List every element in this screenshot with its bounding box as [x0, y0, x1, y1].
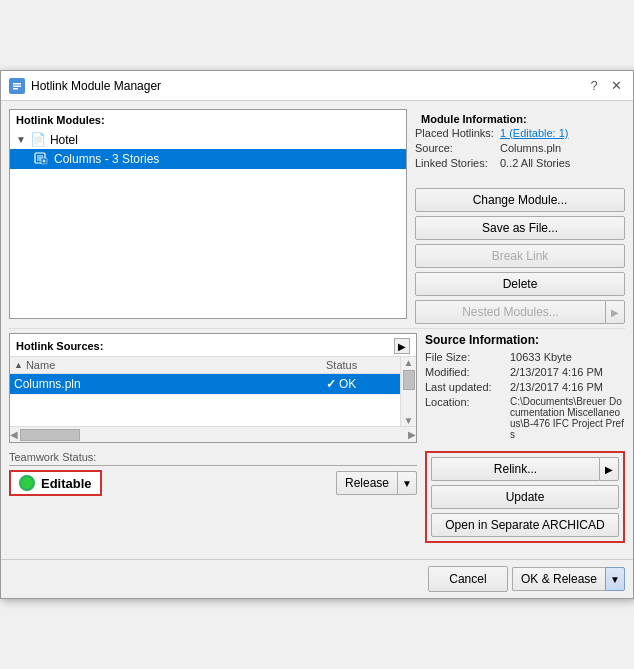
- hotlink-sources-label: Hotlink Sources:: [16, 340, 103, 352]
- info-row-location: Location: C:\Documents\Breuer Documentat…: [425, 396, 625, 440]
- filesize-value: 10633 Kbyte: [510, 351, 572, 363]
- update-button[interactable]: Update: [431, 485, 619, 509]
- horizontal-scrollbar[interactable]: ◀ ▶: [10, 426, 416, 442]
- info-row-placed: Placed Hotlinks: 1 (Editable: 1): [415, 127, 625, 139]
- section-divider: [9, 328, 625, 329]
- hotlink-sources-panel: Hotlink Sources: ▶ ▲ Name Status: [9, 333, 417, 443]
- break-link-button[interactable]: Break Link: [415, 244, 625, 268]
- scroll-left-arrow[interactable]: ◀: [10, 429, 18, 440]
- location-value: C:\Documents\Breuer Documentation Miscel…: [510, 396, 625, 440]
- release-button[interactable]: Release: [336, 471, 397, 495]
- ok-release-button[interactable]: OK & Release: [512, 567, 605, 591]
- sources-nav-button[interactable]: ▶: [394, 338, 410, 354]
- nested-modules-button[interactable]: Nested Modules...: [415, 300, 605, 324]
- title-bar: Hotlink Module Manager ? ✕: [1, 71, 633, 101]
- teamwork-status: Editable Release ▼: [9, 470, 417, 496]
- release-button-wrap: Release ▼: [336, 471, 417, 495]
- scroll-thumb-h[interactable]: [20, 429, 80, 441]
- module-info-label: Module Information:: [415, 109, 625, 127]
- open-archicad-button[interactable]: Open in Separate ARCHICAD: [431, 513, 619, 537]
- window-title: Hotlink Module Manager: [31, 79, 161, 93]
- sources-table: ▲ Name Status Columns.pln ✓ OK: [10, 357, 400, 426]
- scroll-down-arrow[interactable]: ▼: [404, 415, 414, 426]
- save-as-file-button[interactable]: Save as File...: [415, 216, 625, 240]
- linked-value: 0..2 All Stories: [500, 157, 570, 169]
- scroll-thumb[interactable]: [403, 370, 415, 390]
- source-row[interactable]: Columns.pln ✓ OK: [10, 374, 400, 395]
- tree-parent-label: Hotel: [50, 133, 78, 147]
- source-name: Columns.pln: [14, 377, 326, 391]
- info-row-linked: Linked Stories: 0..2 All Stories: [415, 157, 625, 169]
- tree-child-label: Columns - 3 Stories: [54, 152, 159, 166]
- placed-label: Placed Hotlinks:: [415, 127, 500, 139]
- col-name-label: Name: [26, 359, 55, 371]
- action-buttons: Change Module... Save as File... Break L…: [415, 188, 625, 324]
- source-info-label: Source Information:: [425, 333, 625, 351]
- status-indicator-icon: [19, 475, 35, 491]
- svg-rect-2: [13, 85, 21, 87]
- sources-col-header: ▲ Name Status: [10, 357, 400, 374]
- scroll-up-arrow[interactable]: ▲: [404, 357, 414, 368]
- filesize-label: File Size:: [425, 351, 510, 363]
- scroll-right-arrow[interactable]: ▶: [408, 429, 416, 440]
- release-btn-wrap: Release ▼: [336, 471, 417, 495]
- vertical-scrollbar[interactable]: ▲ ▼: [400, 357, 416, 426]
- close-button[interactable]: ✕: [607, 77, 625, 95]
- right-col: Module Information: Placed Hotlinks: 1 (…: [415, 109, 625, 324]
- teamwork-label: Teamwork Status:: [9, 451, 417, 466]
- top-panels: Hotlink Modules: ▼ 📄 Hotel: [9, 109, 625, 324]
- relink-arrow-button[interactable]: ▶: [599, 457, 619, 481]
- link-icon: [34, 151, 48, 167]
- svg-rect-1: [13, 83, 21, 85]
- source-label: Source:: [415, 142, 500, 154]
- info-row-modified: Modified: 2/13/2017 4:16 PM: [425, 366, 625, 378]
- cancel-button[interactable]: Cancel: [428, 566, 508, 592]
- hotlink-module-manager-window: Hotlink Module Manager ? ✕ Hotlink Modul…: [0, 70, 634, 599]
- svg-rect-3: [13, 88, 18, 90]
- change-module-button[interactable]: Change Module...: [415, 188, 625, 212]
- bottom-row: Teamwork Status: Editable Release ▼: [9, 451, 625, 543]
- left-col: Hotlink Modules: ▼ 📄 Hotel: [9, 109, 407, 324]
- folder-icon: 📄: [30, 132, 46, 147]
- placed-value[interactable]: 1 (Editable: 1): [500, 127, 568, 139]
- source-status-text: OK: [339, 377, 356, 391]
- help-button[interactable]: ?: [585, 77, 603, 95]
- module-info-table: Placed Hotlinks: 1 (Editable: 1) Source:…: [415, 127, 625, 169]
- app-icon: [9, 78, 25, 94]
- relink-wrap: Relink... ▶: [431, 457, 619, 481]
- nested-modules-wrap: Nested Modules... ▶: [415, 300, 625, 324]
- source-value: Columns.pln: [500, 142, 561, 154]
- footer: Cancel OK & Release ▼: [1, 559, 633, 598]
- tree-parent-hotel[interactable]: ▼ 📄 Hotel: [10, 130, 406, 149]
- info-row-last-updated: Last updated: 2/13/2017 4:16 PM: [425, 381, 625, 393]
- middle-section: Hotlink Sources: ▶ ▲ Name Status: [9, 333, 625, 443]
- sort-arrow-icon: ▲: [14, 360, 23, 370]
- source-status: ✓ OK: [326, 377, 396, 391]
- sources-table-wrap: ▲ Name Status Columns.pln ✓ OK: [10, 357, 416, 426]
- teamwork-panel: Teamwork Status: Editable Release ▼: [9, 451, 417, 543]
- sources-header: Hotlink Sources: ▶: [10, 334, 416, 357]
- relink-button[interactable]: Relink...: [431, 457, 599, 481]
- delete-button[interactable]: Delete: [415, 272, 625, 296]
- last-updated-label: Last updated:: [425, 381, 510, 393]
- info-row-source: Source: Columns.pln: [415, 142, 625, 154]
- chevron-down-icon: ▼: [16, 134, 26, 145]
- source-info-panel: Source Information: File Size: 10633 Kby…: [425, 333, 625, 443]
- module-info-section: Module Information: Placed Hotlinks: 1 (…: [415, 109, 625, 172]
- release-arrow-button[interactable]: ▼: [397, 471, 417, 495]
- title-bar-left: Hotlink Module Manager: [9, 78, 161, 94]
- status-text: Editable: [41, 476, 92, 491]
- col-name-header: ▲ Name: [14, 359, 326, 371]
- checkmark-icon: ✓: [326, 377, 336, 391]
- tree-area: ▼ 📄 Hotel: [10, 128, 406, 171]
- ok-release-wrap: OK & Release ▼: [512, 567, 625, 591]
- source-actions-panel: Relink... ▶ Update Open in Separate ARCH…: [425, 451, 625, 543]
- info-row-filesize: File Size: 10633 Kbyte: [425, 351, 625, 363]
- linked-label: Linked Stories:: [415, 157, 500, 169]
- modified-value: 2/13/2017 4:16 PM: [510, 366, 603, 378]
- tree-child-columns[interactable]: Columns - 3 Stories: [10, 149, 406, 169]
- ok-release-arrow-button[interactable]: ▼: [605, 567, 625, 591]
- title-controls: ? ✕: [585, 77, 625, 95]
- nested-modules-arrow[interactable]: ▶: [605, 300, 625, 324]
- editable-status-box: Editable: [9, 470, 102, 496]
